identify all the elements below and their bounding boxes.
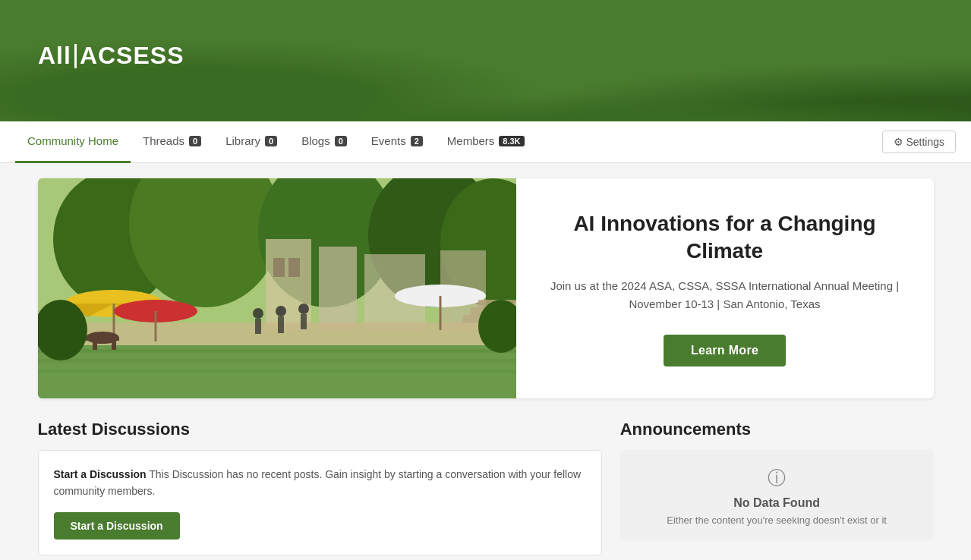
nav-badge-blogs: 0 xyxy=(335,136,347,146)
svg-rect-11 xyxy=(288,258,300,277)
discussion-card: Start a Discussion This Discussion has n… xyxy=(38,450,602,555)
announcements-card: ⓘ No Data Found Either the content you'r… xyxy=(620,450,934,541)
nav-item-library[interactable]: Library 0 xyxy=(213,121,289,163)
banner-image xyxy=(38,178,516,398)
nav-label-library: Library xyxy=(225,134,260,147)
nav-badge-library: 0 xyxy=(265,136,277,146)
svg-rect-32 xyxy=(278,316,284,333)
nav-item-threads[interactable]: Threads 0 xyxy=(131,121,213,163)
nav-label-members: Members xyxy=(447,134,495,147)
nav-item-members[interactable]: Members 8.3K xyxy=(435,121,537,163)
banner-subtitle: Join us at the 2024 ASA, CSSA, SSSA Inte… xyxy=(547,277,903,313)
svg-point-33 xyxy=(298,304,309,314)
no-data-subtitle: Either the content you're seeking doesn'… xyxy=(667,514,887,526)
title-separator xyxy=(74,44,77,68)
svg-point-29 xyxy=(253,308,263,319)
svg-rect-14 xyxy=(38,349,516,353)
nav-bar: Community Home Threads 0 Library 0 Blogs… xyxy=(0,121,971,163)
page-title: AllACSESS xyxy=(0,0,971,112)
banner-info: AI Innovations for a Changing Climate Jo… xyxy=(516,178,934,398)
svg-rect-7 xyxy=(319,247,357,330)
svg-rect-26 xyxy=(86,338,119,341)
nav-label-blogs: Blogs xyxy=(301,134,330,147)
nav-label-community-home: Community Home xyxy=(27,134,118,147)
nav-badge-members: 8.3K xyxy=(499,136,524,146)
discussions-section: Latest Discussions Start a Discussion Th… xyxy=(38,420,602,555)
discussion-prompt-bold: Start a Discussion xyxy=(54,468,147,480)
discussions-title: Latest Discussions xyxy=(38,420,602,439)
nav-item-events[interactable]: Events 2 xyxy=(359,121,435,163)
nav-label-threads: Threads xyxy=(143,134,184,147)
page-header: AllACSESS xyxy=(0,0,971,121)
discussion-prompt: Start a Discussion This Discussion has n… xyxy=(54,466,586,500)
nav-items: Community Home Threads 0 Library 0 Blogs… xyxy=(15,121,882,163)
no-data-icon: ⓘ xyxy=(768,466,786,490)
svg-point-31 xyxy=(276,306,286,316)
nav-badge-threads: 0 xyxy=(189,136,201,146)
svg-rect-16 xyxy=(38,370,516,373)
title-part1: All xyxy=(38,42,71,69)
learn-more-button[interactable]: Learn More xyxy=(664,335,786,367)
nav-item-blogs[interactable]: Blogs 0 xyxy=(289,121,359,163)
svg-rect-27 xyxy=(93,341,97,350)
svg-rect-15 xyxy=(38,359,516,363)
svg-rect-28 xyxy=(112,341,116,350)
nav-badge-events: 2 xyxy=(411,136,423,146)
nav-label-events: Events xyxy=(371,134,406,147)
settings-button[interactable]: ⚙ Settings xyxy=(882,131,956,153)
announcements-section: Announcements ⓘ No Data Found Either the… xyxy=(620,420,934,555)
svg-rect-34 xyxy=(301,314,307,329)
bottom-section: Latest Discussions Start a Discussion Th… xyxy=(38,420,934,555)
banner-heading: AI Innovations for a Changing Climate xyxy=(547,210,903,266)
svg-rect-30 xyxy=(255,319,261,334)
title-part2: ACSESS xyxy=(80,42,184,69)
no-data-title: No Data Found xyxy=(733,496,820,510)
banner-card: AI Innovations for a Changing Climate Jo… xyxy=(38,178,934,398)
svg-rect-10 xyxy=(273,258,285,277)
main-content: AI Innovations for a Changing Climate Jo… xyxy=(23,163,949,560)
nav-item-community-home[interactable]: Community Home xyxy=(15,121,131,163)
announcements-title: Announcements xyxy=(620,420,934,439)
start-discussion-button[interactable]: Start a Discussion xyxy=(54,512,180,540)
